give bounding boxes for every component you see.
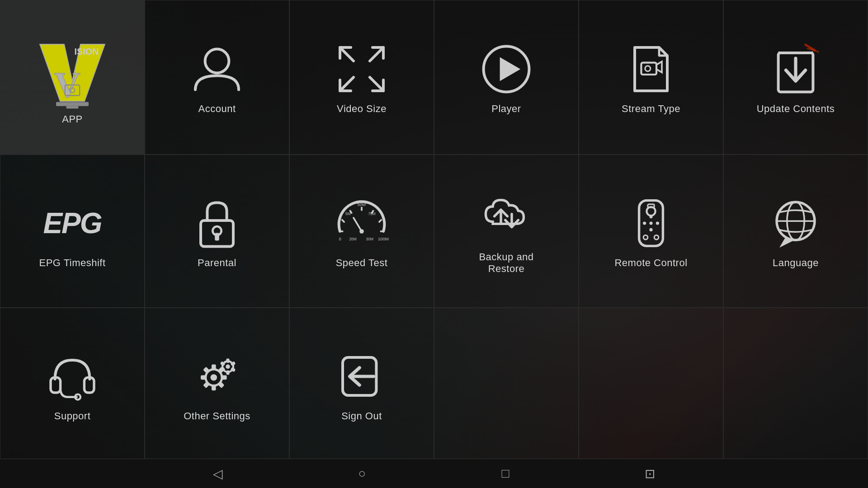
screenshot-button[interactable]: ⊡ — [645, 466, 655, 481]
account-label: Account — [198, 103, 236, 115]
svg-line-11 — [340, 77, 354, 91]
player-icon — [479, 42, 533, 96]
menu-item-update-contents[interactable]: Update Contents — [723, 0, 868, 155]
empty-cell-1 — [434, 308, 579, 461]
svg-point-17 — [645, 66, 651, 71]
svg-rect-69 — [201, 375, 206, 380]
main-content: ISION V APP Account — [0, 0, 868, 488]
speed-test-icon: 0 50M 100M 5M 75M 20M 30M — [335, 196, 389, 250]
video-size-icon — [335, 42, 389, 96]
menu-item-other-settings[interactable]: Other Settings — [145, 308, 289, 461]
remote-control-icon — [624, 196, 678, 250]
svg-rect-2 — [66, 106, 79, 108]
menu-item-language[interactable]: Language — [723, 155, 868, 308]
svg-rect-68 — [203, 381, 210, 388]
app-logo-icon: ISION V — [32, 32, 113, 113]
menu-item-support[interactable]: Support — [0, 308, 145, 461]
epg-icon: EPG — [45, 196, 99, 250]
svg-point-62 — [211, 374, 217, 380]
stream-type-icon — [624, 42, 678, 96]
support-label: Support — [54, 410, 91, 422]
svg-point-72 — [226, 364, 230, 369]
svg-rect-25 — [215, 233, 219, 240]
speed-test-label: Speed Test — [336, 257, 388, 269]
svg-line-31 — [379, 219, 382, 222]
parental-icon — [190, 196, 244, 250]
svg-point-50 — [649, 215, 652, 218]
app-label: APP — [62, 113, 83, 125]
svg-marker-14 — [500, 57, 521, 81]
menu-item-parental[interactable]: Parental — [145, 155, 289, 308]
menu-item-app[interactable]: ISION V APP — [0, 0, 145, 155]
svg-point-48 — [656, 221, 659, 225]
svg-point-34 — [359, 229, 364, 234]
svg-text:50M: 50M — [357, 202, 366, 206]
empty-cell-3 — [723, 308, 868, 461]
svg-point-47 — [643, 221, 646, 225]
svg-text:ISION: ISION — [75, 46, 99, 56]
svg-rect-70 — [203, 366, 210, 373]
menu-item-backup-restore[interactable]: Backup and Restore — [434, 155, 579, 308]
svg-marker-57 — [779, 238, 796, 247]
player-label: Player — [491, 103, 521, 115]
svg-text:0: 0 — [339, 236, 341, 241]
language-icon — [769, 196, 823, 250]
svg-rect-67 — [212, 385, 216, 390]
sign-out-icon — [335, 349, 389, 404]
language-label: Language — [773, 257, 819, 269]
svg-rect-73 — [226, 358, 229, 363]
svg-point-49 — [649, 228, 652, 231]
svg-text:20M: 20M — [349, 237, 356, 241]
svg-text:100M: 100M — [378, 236, 389, 241]
svg-text:75M: 75M — [368, 211, 375, 216]
update-contents-icon — [769, 42, 823, 96]
support-icon — [45, 349, 99, 404]
svg-rect-53 — [648, 204, 654, 207]
other-settings-label: Other Settings — [184, 410, 250, 422]
svg-point-8 — [205, 49, 229, 73]
backup-restore-icon — [479, 190, 533, 244]
backup-restore-label: Backup and Restore — [470, 251, 542, 275]
menu-item-speed-test[interactable]: 0 50M 100M 5M 75M 20M 30M Speed Test — [289, 155, 434, 308]
update-contents-label: Update Contents — [757, 103, 835, 115]
menu-item-video-size[interactable]: Video Size — [289, 0, 434, 155]
video-size-label: Video Size — [337, 103, 387, 115]
svg-point-52 — [654, 235, 659, 239]
empty-cell-2 — [579, 308, 723, 461]
parental-label: Parental — [198, 257, 236, 269]
recents-button[interactable]: □ — [502, 466, 509, 481]
account-icon — [190, 42, 244, 96]
back-button[interactable]: ◁ — [213, 466, 223, 481]
home-button[interactable]: ○ — [359, 466, 366, 481]
remote-control-label: Remote Control — [614, 257, 687, 269]
svg-point-45 — [646, 207, 655, 216]
svg-point-46 — [649, 221, 652, 225]
sign-out-label: Sign Out — [341, 410, 382, 422]
navigation-bar: ◁ ○ □ ⊡ — [0, 459, 868, 488]
menu-item-player[interactable]: Player — [434, 0, 579, 155]
svg-line-27 — [342, 219, 345, 222]
svg-text:30M: 30M — [366, 237, 373, 241]
svg-rect-15 — [641, 63, 656, 75]
menu-item-epg-timeshift[interactable]: EPG EPG Timeshift — [0, 155, 145, 308]
svg-rect-63 — [212, 364, 216, 370]
svg-rect-76 — [226, 370, 229, 375]
menu-item-stream-type[interactable]: Stream Type — [579, 0, 723, 155]
svg-point-51 — [643, 235, 648, 239]
svg-rect-66 — [217, 381, 224, 388]
svg-text:5M: 5M — [345, 211, 351, 216]
svg-rect-65 — [222, 375, 227, 380]
svg-line-12 — [370, 77, 383, 91]
menu-item-account[interactable]: Account — [145, 0, 289, 155]
svg-line-33 — [354, 218, 362, 231]
epg-label: EPG Timeshift — [39, 257, 105, 269]
menu-grid: ISION V APP Account — [0, 0, 868, 488]
menu-item-remote-control[interactable]: Remote Control — [579, 155, 723, 308]
other-settings-icon — [190, 349, 244, 404]
stream-type-label: Stream Type — [622, 103, 680, 115]
svg-line-9 — [340, 47, 354, 61]
svg-line-10 — [370, 47, 383, 61]
menu-item-sign-out[interactable]: Sign Out — [289, 308, 434, 461]
